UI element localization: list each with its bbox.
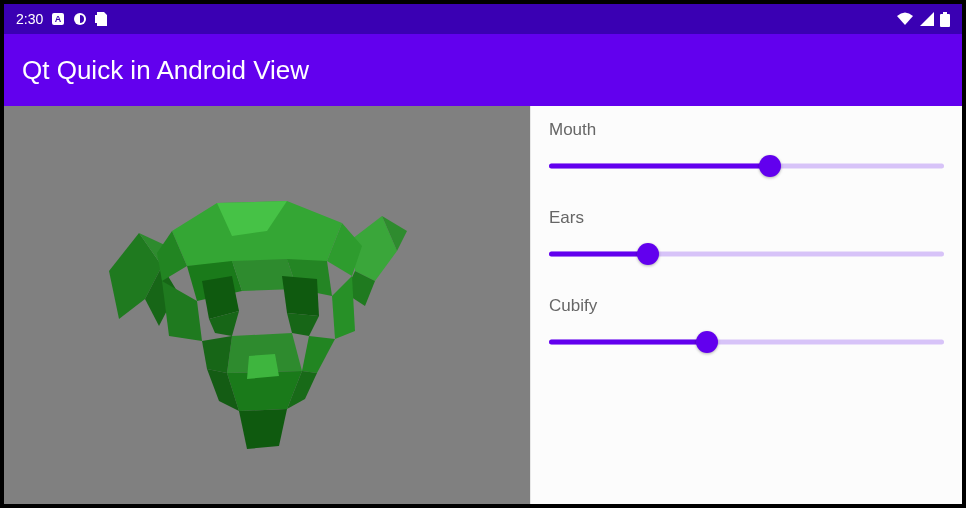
app-title-bar: Qt Quick in Android View — [4, 34, 962, 106]
svg-marker-23 — [332, 276, 355, 339]
wifi-icon — [896, 12, 914, 26]
ears-label: Ears — [549, 208, 944, 228]
status-right — [896, 12, 950, 27]
ears-slider[interactable] — [549, 234, 944, 274]
controls-panel: Mouth Ears Cubify — [530, 106, 962, 504]
cubify-label: Cubify — [549, 296, 944, 316]
svg-rect-3 — [943, 12, 947, 14]
status-bar: 2:30 A — [4, 4, 962, 34]
svg-marker-31 — [247, 354, 279, 379]
status-icon-square: A — [51, 12, 65, 26]
viewport-3d[interactable] — [4, 106, 530, 504]
sd-card-icon — [95, 12, 107, 26]
slider-track-active — [549, 340, 707, 345]
main-content: Mouth Ears Cubify — [4, 106, 962, 504]
slider-track-active — [549, 252, 648, 257]
slider-track-active — [549, 164, 770, 169]
svg-marker-21 — [287, 313, 319, 336]
monkey-head-model — [4, 106, 530, 504]
battery-icon — [940, 12, 950, 27]
control-mouth: Mouth — [549, 120, 944, 186]
cubify-slider[interactable] — [549, 322, 944, 362]
svg-marker-28 — [239, 409, 287, 449]
status-icon-circle — [73, 12, 87, 26]
control-cubify: Cubify — [549, 296, 944, 362]
device-frame: 2:30 A — [0, 0, 966, 508]
status-time: 2:30 — [16, 11, 43, 27]
control-ears: Ears — [549, 208, 944, 274]
svg-marker-20 — [282, 276, 319, 316]
mouth-slider[interactable] — [549, 146, 944, 186]
screen: 2:30 A — [4, 4, 962, 504]
svg-text:A: A — [55, 14, 62, 24]
status-left: 2:30 A — [16, 11, 107, 27]
svg-marker-27 — [302, 336, 335, 373]
mouth-label: Mouth — [549, 120, 944, 140]
signal-icon — [920, 12, 934, 26]
slider-thumb[interactable] — [696, 331, 718, 353]
slider-thumb[interactable] — [637, 243, 659, 265]
svg-rect-4 — [940, 14, 950, 27]
slider-thumb[interactable] — [759, 155, 781, 177]
app-title: Qt Quick in Android View — [22, 55, 309, 86]
svg-marker-26 — [202, 336, 232, 373]
